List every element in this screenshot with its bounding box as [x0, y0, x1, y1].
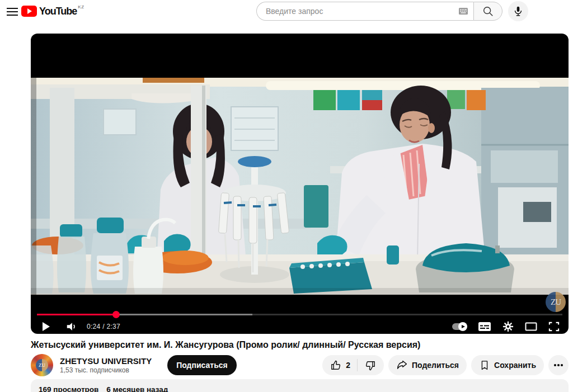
search-input[interactable] [266, 7, 450, 16]
video-player[interactable]: ZU 0:24 / 2:37 [31, 34, 569, 334]
microphone-icon [512, 5, 524, 17]
fullscreen-button[interactable] [548, 322, 560, 332]
subtitles-button[interactable] [478, 322, 491, 332]
autoplay-toggle[interactable] [452, 323, 467, 330]
play-button[interactable] [42, 322, 50, 331]
upload-date: 6 месяцев назад [106, 385, 168, 392]
settings-button[interactable] [502, 321, 514, 332]
view-count: 169 просмотров [39, 385, 98, 392]
save-button[interactable]: Сохранить [471, 355, 544, 375]
theater-mode-icon [525, 322, 537, 331]
subscribe-button[interactable]: Подписаться [167, 355, 237, 375]
voice-search-button[interactable] [508, 1, 528, 21]
youtube-play-icon [21, 6, 37, 17]
share-icon [396, 360, 408, 371]
bookmark-icon [479, 360, 490, 371]
search-bar [256, 2, 502, 21]
top-bar: YouTube KZ [0, 0, 573, 31]
player-controls: 0:24 / 2:37 [31, 319, 569, 334]
description-box[interactable]: 169 просмотров 6 месяцев назад [31, 379, 569, 392]
description-meta: 169 просмотров 6 месяцев назад [39, 385, 561, 392]
volume-button[interactable] [65, 320, 78, 333]
progress-bar[interactable] [37, 314, 562, 315]
channel-avatar[interactable]: ZU [31, 354, 53, 376]
like-button[interactable]: 2 [322, 355, 357, 375]
time-display: 0:24 / 2:37 [87, 323, 120, 330]
thumbs-down-icon [364, 360, 376, 371]
dislike-button[interactable] [358, 355, 384, 375]
more-icon [554, 364, 556, 366]
keyboard-icon[interactable] [459, 8, 468, 15]
channel-row: ZU ZHETYSU UNIVERSITY 1,53 тыс. подписчи… [31, 354, 569, 376]
youtube-logo[interactable]: YouTube KZ [21, 6, 84, 17]
share-button[interactable]: Поделиться [388, 355, 467, 375]
like-dislike-group: 2 [322, 355, 384, 375]
fullscreen-icon [548, 322, 560, 332]
volume-icon [65, 320, 78, 333]
gear-icon [502, 321, 514, 332]
scrubber-handle[interactable] [112, 311, 120, 318]
miniplayer-button[interactable] [525, 322, 537, 331]
subtitles-icon [478, 322, 491, 332]
video-title: Жетысуский университет им. И. Жансугуров… [31, 340, 569, 350]
search-icon [482, 5, 494, 17]
menu-icon[interactable] [7, 8, 18, 16]
logo-region-code: KZ [78, 4, 84, 10]
like-count: 2 [346, 361, 350, 370]
search-input-box[interactable] [256, 2, 473, 21]
subscriber-count: 1,53 тыс. подписчиков [60, 366, 152, 374]
video-frame-lab-scene[interactable] [31, 78, 569, 295]
thumbs-up-icon [330, 360, 342, 371]
channel-watermark[interactable]: ZU [546, 292, 566, 312]
channel-meta: ZHETYSU UNIVERSITY 1,53 тыс. подписчиков [60, 356, 152, 374]
more-actions-button[interactable] [548, 355, 569, 375]
played-bar [37, 314, 116, 315]
search-button[interactable] [473, 2, 502, 21]
action-buttons: 2 Поделиться Сохранить [322, 355, 569, 375]
logo-wordmark: YouTube [39, 6, 77, 17]
channel-name[interactable]: ZHETYSU UNIVERSITY [60, 356, 152, 366]
